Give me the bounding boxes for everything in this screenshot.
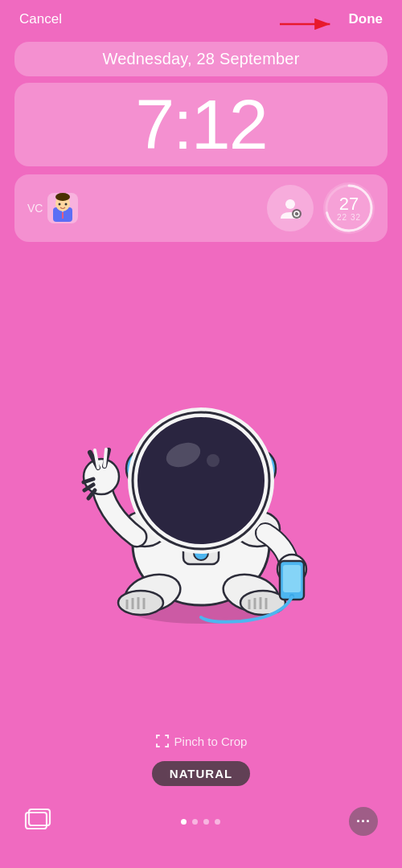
- main-content: Wednesday, 28 September 7:12 VC: [0, 35, 402, 855]
- svg-rect-43: [283, 565, 301, 592]
- top-bar: Cancel Done: [0, 0, 402, 35]
- svg-line-37: [105, 449, 106, 466]
- dot-4: [215, 819, 220, 825]
- time-text: 7:12: [135, 84, 266, 164]
- svg-point-12: [297, 211, 299, 213]
- dot-2: [192, 819, 198, 825]
- date-text: Wednesday, 28 September: [102, 50, 299, 68]
- crop-icon: [155, 734, 170, 748]
- widget-row: VC: [14, 174, 388, 242]
- svg-point-8: [65, 203, 68, 206]
- dot-3: [203, 819, 209, 825]
- svg-point-7: [59, 203, 61, 206]
- pinch-to-crop: Pinch to Crop: [0, 734, 402, 748]
- done-button[interactable]: Done: [349, 11, 384, 27]
- cancel-button[interactable]: Cancel: [19, 11, 62, 27]
- svg-point-6: [55, 193, 70, 201]
- pinch-crop-label: Pinch to Crop: [174, 735, 248, 748]
- astronaut-illustration: [64, 360, 338, 633]
- avatar: [47, 193, 78, 223]
- natural-pill[interactable]: NATURAL: [152, 761, 250, 786]
- bottom-bar: ···: [0, 794, 402, 855]
- albums-button[interactable]: [24, 808, 51, 836]
- more-button[interactable]: ···: [349, 807, 378, 836]
- camera-widget: [267, 185, 314, 231]
- arrow-icon: [273, 13, 338, 35]
- svg-point-10: [292, 209, 302, 219]
- dot-1: [181, 819, 187, 825]
- date-widget: Wednesday, 28 September: [14, 42, 388, 76]
- svg-point-9: [285, 199, 295, 209]
- page-dots: [181, 819, 220, 825]
- astronaut-area: [0, 268, 402, 726]
- svg-point-51: [207, 454, 219, 467]
- timer-widget: 27 22 32: [323, 182, 375, 234]
- more-icon: ···: [356, 813, 371, 830]
- svg-point-18: [118, 591, 163, 615]
- vc-widget: VC: [27, 193, 257, 223]
- natural-pill-container: NATURAL: [0, 761, 402, 786]
- svg-rect-4: [62, 212, 64, 219]
- time-widget: 7:12: [14, 83, 388, 166]
- vc-label: VC: [27, 202, 43, 215]
